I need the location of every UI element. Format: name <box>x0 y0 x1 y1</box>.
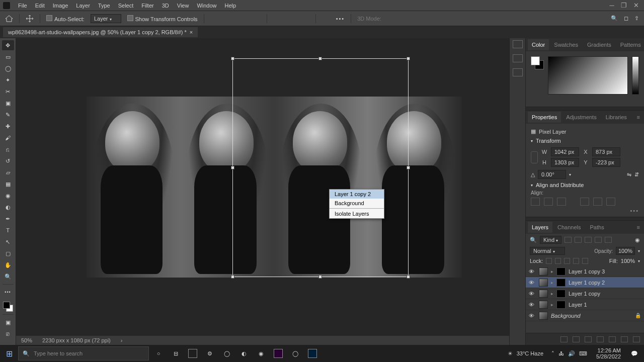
tab-adjustments[interactable]: Adjustments <box>562 112 601 123</box>
brightness-slider[interactable] <box>632 56 639 95</box>
home-button[interactable] <box>5 15 13 22</box>
layer-row[interactable]: 👁▸Layer 1 <box>526 299 644 310</box>
crop-tool[interactable]: ✂ <box>2 86 14 97</box>
language-icon[interactable]: ⌨ <box>579 350 587 357</box>
lock-transparency-icon[interactable] <box>546 258 552 264</box>
align-top-button[interactable] <box>580 198 589 206</box>
marquee-tool[interactable]: ▭ <box>2 52 14 62</box>
layer-mask-thumbnail[interactable] <box>556 279 566 287</box>
filter-toggle[interactable]: ◉ <box>635 237 640 243</box>
close-tab-icon[interactable]: × <box>190 29 193 35</box>
dock-icon-3[interactable] <box>513 68 523 76</box>
opacity-field[interactable]: 100% <box>616 247 635 255</box>
edit-toolbar[interactable]: ••• <box>2 287 14 297</box>
color-swatch[interactable] <box>3 302 13 312</box>
start-button[interactable]: ⊞ <box>2 346 16 360</box>
handle-top-mid[interactable] <box>318 57 322 60</box>
filter-smart-icon[interactable] <box>605 237 612 243</box>
quick-mask-icon[interactable]: ▣ <box>2 317 14 327</box>
minimize-button[interactable]: ─ <box>606 1 618 10</box>
tab-layers[interactable]: Layers <box>528 222 552 233</box>
height-field[interactable]: 1303 px <box>551 158 579 167</box>
notifications-icon[interactable]: 💬 <box>627 346 642 360</box>
shape-tool[interactable]: ▢ <box>2 248 14 258</box>
new-group-icon[interactable] <box>609 336 616 342</box>
align-left-icon[interactable] <box>210 15 218 22</box>
dock-icon-1[interactable] <box>513 40 523 48</box>
type-tool[interactable]: T <box>2 225 14 235</box>
flip-h-icon[interactable]: ⇋ <box>627 171 631 178</box>
transform-section-header[interactable]: ▾Transform <box>531 138 639 144</box>
explorer-icon[interactable] <box>185 346 200 360</box>
distribute-icon[interactable] <box>322 15 330 22</box>
history-brush-tool[interactable]: ↺ <box>2 156 14 166</box>
system-clock[interactable]: 12:26 AM 5/28/2022 <box>592 347 625 359</box>
filter-type-icon[interactable] <box>585 237 592 243</box>
lock-pixels-icon[interactable] <box>555 258 561 264</box>
canvas[interactable]: Layer 1 copy 2 Background Isolate Layers… <box>16 38 509 345</box>
add-mask-icon[interactable] <box>585 336 592 342</box>
auto-select-target[interactable]: Layer ▾ <box>91 14 121 23</box>
align-distribute-icon[interactable] <box>253 15 261 22</box>
frame-tool[interactable]: ▣ <box>2 98 14 108</box>
brush-tool[interactable]: 🖌 <box>2 133 14 143</box>
layer-filter-kind[interactable]: Kind ▾ <box>540 236 561 244</box>
new-layer-icon[interactable] <box>621 336 628 342</box>
tab-channels[interactable]: Channels <box>553 222 585 233</box>
layer-mask-thumbnail[interactable] <box>556 290 566 298</box>
stamp-tool[interactable]: ⎌ <box>2 144 14 154</box>
color-picker[interactable] <box>548 56 628 95</box>
wand-tool[interactable]: ✦ <box>2 75 14 85</box>
align-section-header[interactable]: ▾Align and Distribute <box>531 182 639 188</box>
panel-menu-icon[interactable]: ≡ <box>635 224 642 230</box>
align-center-v-button[interactable] <box>593 198 602 206</box>
show-transform-checkbox[interactable]: Show Transform Controls <box>127 15 198 22</box>
move-tool-icon[interactable] <box>26 15 34 23</box>
menu-filter[interactable]: Filter <box>137 1 157 10</box>
menu-view[interactable]: View <box>173 1 193 10</box>
layer-row[interactable]: 👁▸Layer 1 copy 2 <box>526 277 644 288</box>
color-fg-bg-swatch[interactable] <box>531 56 544 69</box>
tab-paths[interactable]: Paths <box>586 222 608 233</box>
filter-pixel-icon[interactable] <box>565 237 572 243</box>
menu-layer[interactable]: Layer <box>72 1 94 10</box>
context-item-background[interactable]: Background <box>330 199 384 208</box>
layer-name[interactable]: Layer 1 copy 3 <box>569 268 605 275</box>
link-wh-icon[interactable] <box>531 151 538 163</box>
align-top-icon[interactable] <box>273 15 281 22</box>
tab-color[interactable]: Color <box>528 39 549 50</box>
flip-v-icon[interactable]: ⇵ <box>634 171 639 178</box>
zoom-tool[interactable]: 🔍 <box>2 272 14 282</box>
menu-3d[interactable]: 3D <box>158 1 173 10</box>
layer-thumbnail[interactable] <box>539 279 548 287</box>
menu-image[interactable]: Image <box>49 1 72 10</box>
align-left-button[interactable] <box>531 198 540 206</box>
blend-mode-select[interactable]: Normal ▾ <box>530 247 565 255</box>
layer-fx-icon[interactable] <box>573 336 580 342</box>
layer-row[interactable]: 👁Background🔒 <box>526 310 644 321</box>
context-item-isolate[interactable]: Isolate Layers <box>330 209 384 218</box>
path-tool[interactable]: ↖ <box>2 237 14 247</box>
taskbar-search[interactable]: 🔍 Type here to search <box>18 346 149 360</box>
layer-thumbnail[interactable] <box>539 290 548 298</box>
lock-all-icon[interactable] <box>582 258 588 264</box>
dodge-tool[interactable]: ◐ <box>2 202 14 212</box>
maximize-button[interactable]: ❐ <box>618 1 630 10</box>
settings-icon[interactable]: ⚙ <box>202 346 217 360</box>
cortana-icon[interactable]: ○ <box>151 346 166 360</box>
menu-type[interactable]: Type <box>94 1 114 10</box>
menu-file[interactable]: File <box>14 1 31 10</box>
layer-row[interactable]: 👁▸Layer 1 copy 3 <box>526 266 644 277</box>
heal-tool[interactable]: ✚ <box>2 121 14 131</box>
context-item-layer1copy2[interactable]: Layer 1 copy 2 <box>330 190 384 199</box>
align-bottom-button[interactable] <box>606 198 615 206</box>
menu-edit[interactable]: Edit <box>31 1 49 10</box>
align-center-h-button[interactable] <box>544 198 553 206</box>
blur-tool[interactable]: ◉ <box>2 191 14 201</box>
volume-icon[interactable]: 🔊 <box>568 350 575 357</box>
premiere-icon[interactable] <box>271 346 286 360</box>
close-button[interactable]: ✕ <box>630 1 642 10</box>
handle-top-left[interactable] <box>231 57 234 60</box>
handle-top-right[interactable] <box>407 57 410 60</box>
tab-libraries[interactable]: Libraries <box>602 112 631 123</box>
